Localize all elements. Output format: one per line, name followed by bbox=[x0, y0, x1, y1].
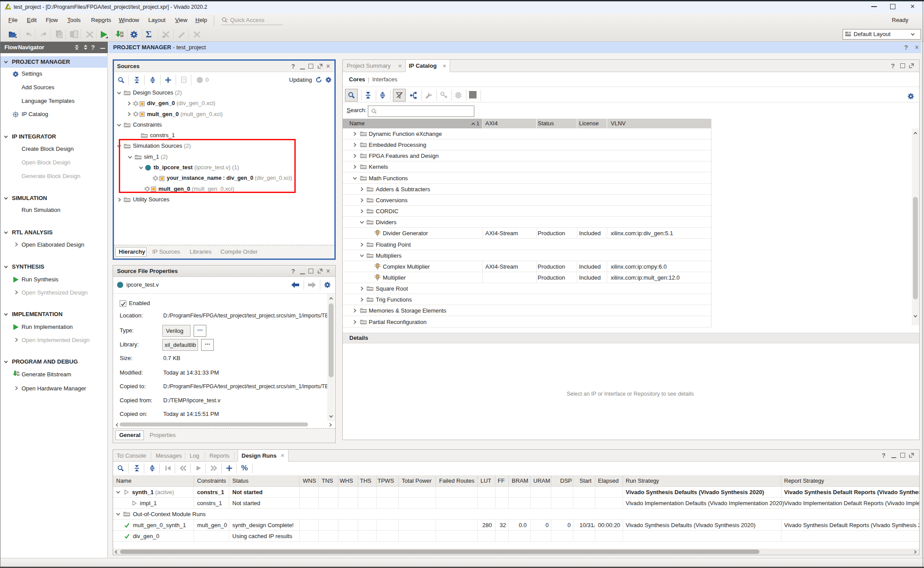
svg-text:01: 01 bbox=[120, 31, 124, 34]
svg-text:10: 10 bbox=[17, 374, 20, 376]
svg-text:01: 01 bbox=[17, 371, 20, 374]
svg-text:10: 10 bbox=[120, 34, 124, 37]
